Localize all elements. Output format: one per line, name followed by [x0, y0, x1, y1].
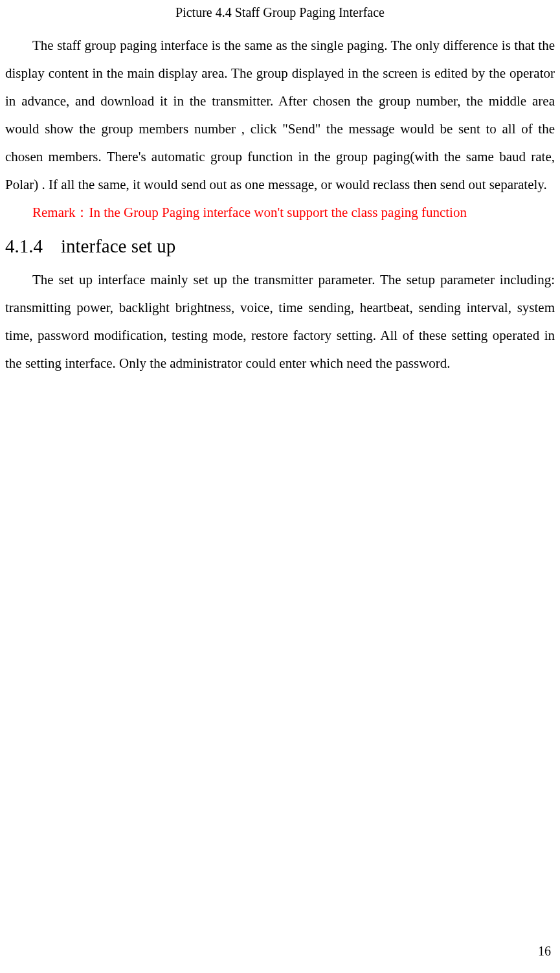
page-number: 16 [538, 944, 551, 959]
section-number: 4.1.4 [5, 236, 43, 257]
body-paragraph-1: The staff group paging interface is the … [5, 32, 555, 199]
figure-caption: Picture 4.4 Staff Group Paging Interface [5, 5, 555, 20]
body-paragraph-2: The set up interface mainly set up the t… [5, 266, 555, 377]
section-heading: 4.1.4interface set up [5, 236, 555, 257]
remark-text: Remark：In the Group Paging interface won… [5, 199, 555, 227]
section-title: interface set up [61, 236, 175, 256]
